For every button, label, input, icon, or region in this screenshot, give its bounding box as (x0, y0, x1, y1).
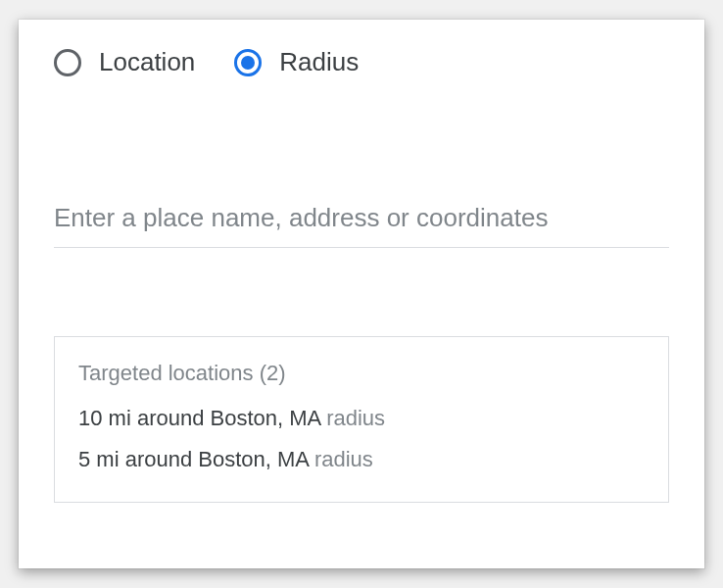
targeted-count: 2 (266, 361, 278, 385)
targeted-header-text: Targeted locations (78, 361, 254, 385)
location-targeting-panel: Location Radius Targeted locations (2) 1… (19, 20, 704, 568)
targeting-mode-radio-group: Location Radius (19, 47, 704, 77)
list-item[interactable]: 10 mi around Boston, MA radius (78, 406, 645, 431)
list-item[interactable]: 5 mi around Boston, MA radius (78, 447, 645, 472)
search-field-container (19, 195, 704, 248)
targeted-item-suffix: radius (326, 406, 385, 430)
targeted-item-suffix: radius (314, 447, 373, 471)
radio-option-radius[interactable]: Radius (234, 47, 359, 77)
radio-label: Location (99, 47, 195, 77)
targeted-item-main: 10 mi around Boston, MA (78, 406, 320, 430)
radio-icon (54, 49, 81, 76)
radio-label: Radius (279, 47, 359, 77)
targeted-locations-header: Targeted locations (2) (78, 361, 645, 386)
targeted-item-main: 5 mi around Boston, MA (78, 447, 309, 471)
radio-icon (234, 49, 262, 76)
location-search-input[interactable] (54, 195, 669, 248)
targeted-locations-box: Targeted locations (2) 10 mi around Bost… (54, 336, 669, 503)
radio-option-location[interactable]: Location (54, 47, 195, 77)
